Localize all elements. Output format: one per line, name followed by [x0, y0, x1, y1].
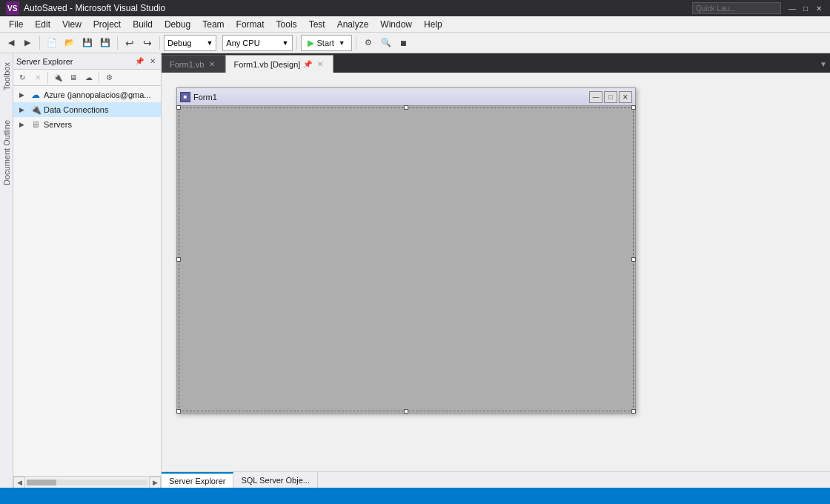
pin-icon[interactable]: 📌: [303, 60, 312, 68]
quick-launch-input[interactable]: [692, 2, 781, 14]
add-connection-button[interactable]: 🔌: [50, 70, 65, 85]
menu-view[interactable]: View: [56, 18, 87, 31]
menu-help[interactable]: Help: [418, 18, 448, 31]
add-server-button[interactable]: 🖥: [66, 70, 81, 85]
sep3: [159, 36, 160, 50]
close-button[interactable]: ✕: [814, 3, 824, 13]
toolbar-extra1[interactable]: ⚙: [360, 35, 376, 51]
menu-tools[interactable]: Tools: [270, 18, 303, 31]
handle-bottom-middle: [404, 409, 408, 414]
title-bar-right: — □ ✕: [692, 2, 824, 14]
play-icon: ▶: [308, 38, 314, 48]
tab-form1-vb[interactable]: Form1.vb ✕: [162, 55, 225, 73]
menu-project[interactable]: Project: [87, 18, 127, 31]
data-connections-expand-arrow: ▶: [19, 106, 30, 113]
toolbar-extra2[interactable]: 🔍: [378, 35, 394, 51]
toolbar-extra3[interactable]: ⏹: [396, 35, 412, 51]
tree-item-azure[interactable]: ▶ ☁ Azure (jannopalacios@gma...: [13, 87, 161, 102]
bottom-tab-sql-server[interactable]: SQL Server Obje...: [233, 472, 318, 488]
server-explorer-title: Server Explorer: [16, 57, 131, 66]
tree-item-data-connections[interactable]: ▶ 🔌 Data Connections: [13, 102, 161, 117]
form-window-buttons: — □ ✕: [589, 91, 632, 103]
platform-dropdown[interactable]: Any CPU ▼: [222, 35, 292, 51]
minimize-button[interactable]: —: [787, 3, 797, 13]
disconnect-button[interactable]: ✕: [30, 70, 45, 85]
tab-form1-design-close[interactable]: ✕: [315, 59, 325, 70]
form-canvas[interactable]: [177, 106, 635, 413]
main-toolbar: ◀ ▶ 📄 📂 💾 💾 ↩ ↪ Debug ▼ Any CPU ▼ ▶ Star…: [0, 33, 830, 53]
form-close-button[interactable]: ✕: [619, 91, 632, 103]
save-button[interactable]: 💾: [79, 35, 96, 51]
redo-button[interactable]: ↪: [139, 35, 156, 51]
server-explorer-tree: ▶ ☁ Azure (jannopalacios@gma... ▶ 🔌 Data…: [13, 86, 161, 476]
tab-form1-design-label: Form1.vb [Design]: [233, 60, 300, 69]
server-explorer-scrollbar: ◀ ▶: [13, 476, 161, 488]
forward-button[interactable]: ▶: [19, 35, 36, 51]
form-window: ■ Form1 — □ ✕: [176, 87, 636, 414]
sep4: [296, 36, 297, 50]
azure-expand-arrow: ▶: [19, 91, 30, 99]
new-project-button[interactable]: 📄: [44, 35, 60, 51]
scroll-thumb: [27, 480, 56, 485]
tree-item-servers[interactable]: ▶ 🖥 Servers: [13, 117, 161, 132]
tab-form1-vb-close[interactable]: ✕: [207, 59, 217, 70]
status-bar: [0, 488, 830, 504]
debug-config-dropdown[interactable]: Debug ▼: [164, 35, 216, 51]
handle-top-left: [176, 105, 181, 110]
form-title-icon: ■: [180, 92, 190, 102]
servers-expand-arrow: ▶: [19, 121, 30, 128]
tab-form1-design[interactable]: Form1.vb [Design] 📌 ✕: [225, 55, 333, 73]
servers-icon: 🖥: [30, 119, 42, 130]
save-all-button[interactable]: 💾: [97, 35, 113, 51]
menu-test[interactable]: Test: [303, 18, 331, 31]
start-button[interactable]: ▶ Start ▼: [301, 35, 352, 51]
tabs-bar: Form1.vb ✕ Form1.vb [Design] 📌 ✕ ▼: [162, 53, 830, 73]
menu-analyze[interactable]: Analyze: [331, 18, 375, 31]
menu-file[interactable]: File: [3, 18, 29, 31]
menu-build[interactable]: Build: [127, 18, 159, 31]
handle-top-right: [631, 105, 636, 110]
properties-button[interactable]: ⚙: [102, 70, 116, 85]
scroll-left-button[interactable]: ◀: [13, 477, 25, 488]
form-minimize-button[interactable]: —: [589, 91, 602, 103]
bottom-tab-sql-server-label: SQL Server Obje...: [241, 476, 310, 485]
scroll-right-button[interactable]: ▶: [149, 477, 161, 488]
bottom-tabs: Server Explorer SQL Server Obje...: [162, 471, 830, 488]
undo-button[interactable]: ↩: [122, 35, 138, 51]
form-icon-symbol: ■: [184, 93, 187, 100]
menu-debug[interactable]: Debug: [159, 18, 196, 31]
data-connections-icon: 🔌: [30, 104, 42, 116]
tabs-scroll-button[interactable]: ▼: [817, 55, 830, 73]
server-explorer-toolbar: ↻ ✕ 🔌 🖥 ☁ ⚙: [13, 70, 161, 86]
document-outline-strip-label[interactable]: Document Outline: [2, 120, 11, 185]
panel-sep1: [47, 72, 48, 84]
tabs-area: Form1.vb ✕ Form1.vb [Design] 📌 ✕ ▼ ■ For…: [162, 53, 830, 488]
menu-format[interactable]: Format: [230, 18, 270, 31]
menu-team[interactable]: Team: [196, 18, 230, 31]
add-sharepoint-button[interactable]: ☁: [82, 70, 96, 85]
form-maximize-button[interactable]: □: [604, 91, 617, 103]
bottom-tab-server-explorer[interactable]: Server Explorer: [162, 472, 233, 488]
servers-label: Servers: [44, 120, 72, 129]
handle-top-middle: [404, 105, 408, 110]
toolbar-group-nav: ◀ ▶: [3, 35, 36, 51]
back-button[interactable]: ◀: [3, 35, 19, 51]
open-button[interactable]: 📂: [62, 35, 78, 51]
bottom-tab-server-explorer-label: Server Explorer: [169, 477, 225, 485]
maximize-button[interactable]: □: [800, 3, 811, 13]
form-titlebar: ■ Form1 — □ ✕: [177, 88, 635, 106]
panel-close-button[interactable]: ✕: [147, 56, 158, 67]
title-bar: VS AutoSaved - Microsoft Visual Studio —…: [0, 0, 830, 16]
menu-window[interactable]: Window: [374, 18, 418, 31]
menu-bar: File Edit View Project Build Debug Team …: [0, 16, 830, 33]
toolbox-strip-label[interactable]: Toolbox: [2, 62, 11, 90]
refresh-button[interactable]: ↻: [15, 70, 30, 85]
panel-pin-button[interactable]: 📌: [134, 56, 145, 67]
panel-sep2: [99, 72, 99, 84]
menu-edit[interactable]: Edit: [29, 18, 56, 31]
sep2: [117, 36, 118, 50]
svg-text:VS: VS: [7, 4, 18, 13]
azure-icon: ☁: [30, 89, 42, 101]
data-connections-label: Data Connections: [44, 105, 108, 114]
handle-middle-left: [176, 257, 181, 262]
